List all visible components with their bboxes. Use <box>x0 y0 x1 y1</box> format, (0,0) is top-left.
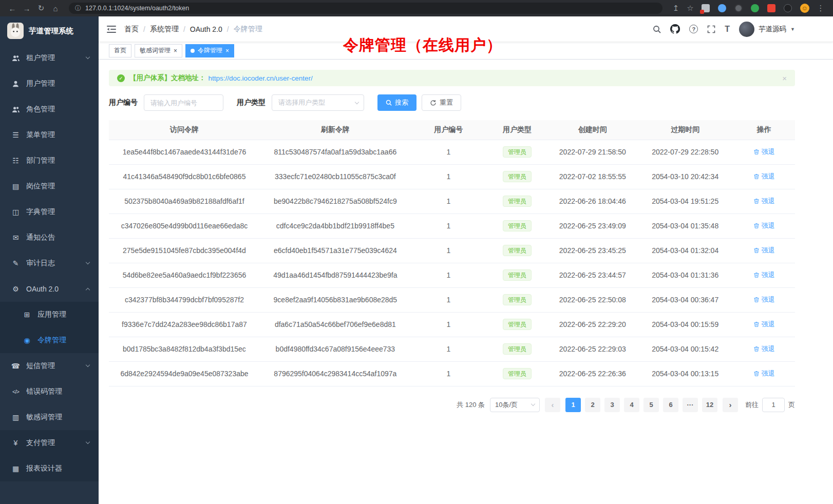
access-token-cell: 41c41346a548490f9dc8b01c6bfe0865 <box>109 164 260 189</box>
user-type-cell: 管理员 <box>486 164 548 189</box>
share-icon[interactable]: ↥ <box>670 4 682 13</box>
goto-page: 前往 页 <box>745 398 795 412</box>
force-logout-button[interactable]: 强退 <box>753 295 775 304</box>
sidebar-item-audit-log[interactable]: ✎ 审计日志 <box>0 250 99 276</box>
action-cell: 强退 <box>733 263 795 287</box>
page-buttons: 1 2 3 4 5 6 ··· 12 <box>565 398 717 412</box>
extension-icon-red[interactable] <box>767 4 775 12</box>
alert-close-icon[interactable]: × <box>782 74 787 83</box>
force-logout-button[interactable]: 强退 <box>753 270 775 280</box>
extension-icon-gray[interactable] <box>734 4 743 12</box>
sidebar-item-token-manage[interactable]: ◉ 令牌管理 <box>0 327 99 353</box>
browser-menu-icon[interactable]: ⋮ <box>815 4 827 13</box>
sidebar-item-dict[interactable]: ◫ 字典管理 <box>0 199 99 225</box>
force-logout-button[interactable]: 强退 <box>753 246 775 255</box>
sidebar-item-sms[interactable]: ☎ 短信管理 <box>0 353 99 379</box>
page-button-1[interactable]: 1 <box>565 398 581 412</box>
sidebar-item-sensitive-word[interactable]: ▥ 敏感词管理 <box>0 404 99 430</box>
sidebar-item-oauth[interactable]: ⚙ OAuth 2.0 <box>0 276 99 302</box>
search-button[interactable]: 搜索 <box>377 94 416 111</box>
page-size-select[interactable]: 10条/页 <box>490 398 540 412</box>
sidebar-item-report-designer[interactable]: ▦ 报表设计器 <box>0 456 99 481</box>
search-icon[interactable] <box>653 25 661 33</box>
sidebar-item-post[interactable]: ▤ 岗位管理 <box>0 173 99 199</box>
bookmark-star-icon[interactable]: ☆ <box>684 4 696 13</box>
help-icon[interactable]: ? <box>689 25 698 33</box>
menu-icon: ☰ <box>11 131 20 139</box>
sidebar-fold-icon[interactable] <box>107 25 116 33</box>
user-type-select[interactable]: 请选择用户类型 <box>272 94 364 111</box>
prev-page-button[interactable]: ‹ <box>545 398 560 412</box>
refresh-token-cell: be90422b8c7946218275a508bf524fc9 <box>260 189 411 214</box>
page-button-4[interactable]: 4 <box>624 398 639 412</box>
font-size-icon[interactable]: T <box>725 25 730 34</box>
reload-icon[interactable]: ↻ <box>35 4 47 13</box>
force-logout-button[interactable]: 强退 <box>753 344 775 354</box>
sidebar-item-label: 岗位管理 <box>26 182 89 191</box>
user-id-input[interactable] <box>144 94 223 111</box>
sidebar-item-notice[interactable]: ✉ 通知公告 <box>0 225 99 250</box>
page-button-3[interactable]: 3 <box>604 398 620 412</box>
chevron-down-icon <box>355 100 359 104</box>
extension-icon-green[interactable] <box>751 4 759 12</box>
home-icon[interactable]: ⌂ <box>49 4 62 13</box>
back-icon[interactable]: ← <box>6 4 18 13</box>
created-time-cell: 2022-06-25 22:26:36 <box>548 361 637 386</box>
access-token-cell: c347026e805e4d99b0d116eae66eda8c <box>109 214 260 238</box>
caret-down-icon: ▼ <box>790 27 795 32</box>
sidebar-item-payment[interactable]: ¥ 支付管理 <box>0 430 99 456</box>
force-logout-button[interactable]: 强退 <box>753 221 775 230</box>
site-info-icon[interactable]: ⓘ <box>75 4 81 13</box>
extension-icon-blue[interactable] <box>718 4 726 12</box>
page-button-6[interactable]: 6 <box>663 398 678 412</box>
page-button-12[interactable]: 12 <box>702 398 717 412</box>
table-row: 275e5de9151045fe87cbdc395e004f4d e6cfd40… <box>109 238 795 263</box>
close-icon[interactable]: × <box>174 48 177 54</box>
force-logout-button[interactable]: 强退 <box>753 172 775 181</box>
breadcrumb-oauth[interactable]: OAuth 2.0 <box>190 25 222 33</box>
doc-link[interactable]: https://doc.iocoder.cn/user-center/ <box>209 74 313 82</box>
user-menu[interactable]: 芋道源码 ▼ <box>739 22 795 37</box>
user-id-cell: 1 <box>411 140 486 164</box>
sidebar-item-role[interactable]: 角色管理 <box>0 96 99 122</box>
next-page-button[interactable]: › <box>723 398 738 412</box>
user-id-cell: 1 <box>411 263 486 287</box>
created-time-cell: 2022-06-26 18:04:46 <box>548 189 637 214</box>
extension-icon-badge[interactable] <box>702 4 710 12</box>
fullscreen-icon[interactable] <box>707 25 715 33</box>
tab-token-manage[interactable]: 令牌管理 × <box>185 44 234 57</box>
access-token-cell: 502375b8040a469a9b82188afdf6af1f <box>109 189 260 214</box>
url-bar[interactable]: ⓘ 127.0.0.1:1024/system/oauth2/token <box>69 3 662 14</box>
access-token-cell: 1ea5e44f8bc1467aaede43144f31de76 <box>109 140 260 164</box>
force-logout-button[interactable]: 强退 <box>753 197 775 206</box>
table-row: 6d842e2924594de9a09e45e087323abe 8796295… <box>109 361 795 386</box>
close-icon[interactable]: × <box>225 48 229 54</box>
user-type-badge: 管理员 <box>503 196 532 207</box>
sidebar-item-menu[interactable]: ☰ 菜单管理 <box>0 122 99 148</box>
sidebar-item-user[interactable]: 用户管理 <box>0 71 99 96</box>
pagination-ellipsis[interactable]: ··· <box>683 398 698 412</box>
breadcrumb-system[interactable]: 系统管理 <box>150 25 179 34</box>
forward-icon[interactable]: → <box>21 4 33 13</box>
extension-icon-dark[interactable] <box>784 4 792 12</box>
table-row: 1ea5e44f8bc1467aaede43144f31de76 811c530… <box>109 140 795 164</box>
sidebar-item-error-code[interactable]: </> 错误码管理 <box>0 379 99 404</box>
col-actions: 操作 <box>733 120 795 140</box>
sidebar-item-app-manage[interactable]: ⊞ 应用管理 <box>0 302 99 327</box>
force-logout-button[interactable]: 强退 <box>753 147 775 157</box>
tab-home[interactable]: 首页 <box>109 44 131 57</box>
github-icon[interactable] <box>670 24 680 34</box>
goto-page-input[interactable] <box>762 398 785 412</box>
reset-button[interactable]: 重置 <box>422 94 461 111</box>
sidebar-item-label: 报表设计器 <box>26 464 89 473</box>
breadcrumb-home[interactable]: 首页 <box>124 25 139 34</box>
tab-sensitive-word[interactable]: 敏感词管理 × <box>135 44 182 57</box>
force-logout-button[interactable]: 强退 <box>753 320 775 329</box>
force-logout-button[interactable]: 强退 <box>753 369 775 378</box>
page-button-5[interactable]: 5 <box>643 398 659 412</box>
sidebar-item-dept[interactable]: ☷ 部门管理 <box>0 148 99 173</box>
page-button-2[interactable]: 2 <box>585 398 600 412</box>
app-logo[interactable]: 芋道管理系统 <box>0 16 99 45</box>
sidebar-item-tenant[interactable]: 租户管理 <box>0 45 99 71</box>
browser-profile-avatar[interactable]: ☺ <box>800 4 809 13</box>
